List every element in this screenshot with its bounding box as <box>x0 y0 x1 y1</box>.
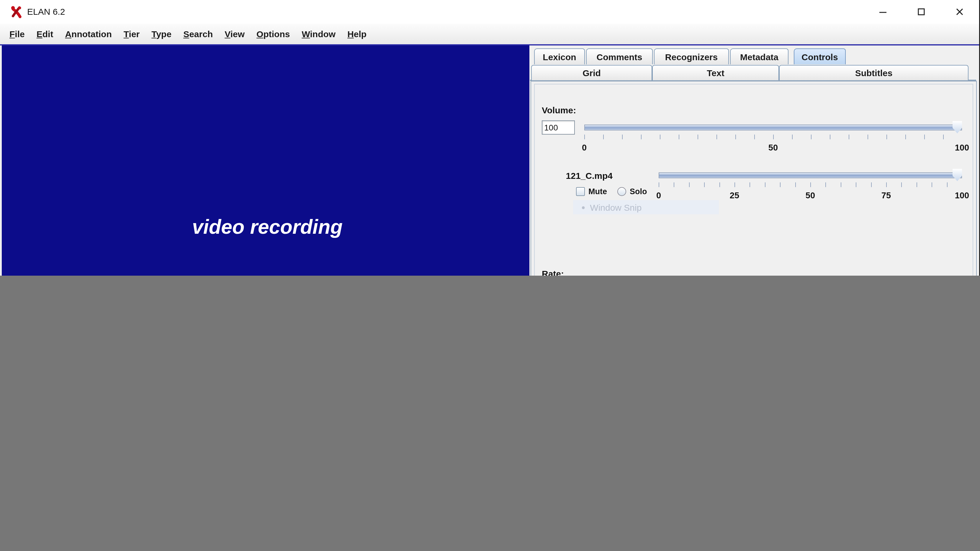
media-slider-tick-labels: 0255075100 <box>659 191 962 201</box>
volume-slider[interactable] <box>584 124 962 131</box>
menu-annotation[interactable]: Annotation <box>59 27 118 41</box>
volume-slider-tick-label: 100 <box>955 143 969 152</box>
tab-text[interactable]: Text <box>652 65 779 80</box>
media-file-label: 121_C.mp4 <box>562 170 612 181</box>
menu-options[interactable]: Options <box>251 27 296 41</box>
media-slider-track[interactable] <box>659 172 962 178</box>
volume-slider-tick-labels: 050100 <box>584 143 962 153</box>
menu-window[interactable]: Window <box>296 27 341 41</box>
menu-tier[interactable]: Tier <box>118 27 146 41</box>
menu-help[interactable]: Help <box>341 27 372 41</box>
elan-logo-icon <box>10 5 24 19</box>
menu-edit[interactable]: Edit <box>31 27 59 41</box>
volume-slider-track[interactable] <box>584 124 962 131</box>
media-slider-tick-label: 50 <box>806 191 815 200</box>
minimize-icon <box>878 6 888 17</box>
solo-radio[interactable] <box>617 187 626 196</box>
ghost-bullet-icon: ● <box>581 204 585 211</box>
media-slider-tick-label: 75 <box>881 191 891 200</box>
menu-file[interactable]: File <box>3 27 31 41</box>
close-button[interactable] <box>948 5 972 19</box>
mute-label: Mute <box>589 187 607 196</box>
minimize-button[interactable] <box>871 5 895 19</box>
volume-slider-tick-label: 0 <box>582 143 587 152</box>
volume-value-field[interactable] <box>542 120 575 135</box>
maximize-icon <box>916 6 927 17</box>
rate-label: Rate: <box>542 269 564 276</box>
window-snip-ghost-overlay: ● Window Snip <box>573 200 719 214</box>
media-slider-tick-label: 25 <box>730 191 739 200</box>
video-overlay-text: video recording <box>170 215 365 239</box>
menu-bar: FileEditAnnotationTierTypeSearchViewOpti… <box>0 24 979 44</box>
media-volume-slider[interactable] <box>659 172 962 178</box>
window-title: ELAN 6.2 <box>27 6 65 16</box>
menu-search[interactable]: Search <box>177 27 219 41</box>
tab-comments[interactable]: Comments <box>586 48 653 64</box>
solo-label: Solo <box>630 187 647 196</box>
media-slider-ticks <box>659 182 962 187</box>
menu-view[interactable]: View <box>219 27 251 41</box>
mute-checkbox[interactable] <box>576 187 585 196</box>
tab-lexicon[interactable]: Lexicon <box>534 48 585 64</box>
tab-recognizers[interactable]: Recognizers <box>654 48 729 64</box>
tab-metadata[interactable]: Metadata <box>730 48 789 64</box>
volume-slider-tick-label: 50 <box>768 143 778 152</box>
media-slider-tick-label: 100 <box>955 191 969 200</box>
tab-subtitles[interactable]: Subtitles <box>779 65 969 80</box>
close-icon <box>955 6 965 17</box>
maximize-button[interactable] <box>910 5 933 19</box>
title-bar: ELAN 6.2 <box>0 0 979 24</box>
ghost-text: Window Snip <box>590 202 641 212</box>
menu-type[interactable]: Type <box>145 27 177 41</box>
volume-label: Volume: <box>542 105 576 115</box>
media-slider-fill <box>659 173 961 178</box>
video-player[interactable]: video recording <box>2 45 530 276</box>
volume-slider-fill <box>585 125 961 130</box>
elan-window: ELAN 6.2 FileEditAnnotationTierTypeSearc… <box>0 0 980 276</box>
tab-controls[interactable]: Controls <box>794 48 846 64</box>
media-slider-tick-label: 0 <box>656 191 661 200</box>
volume-slider-ticks <box>584 135 962 139</box>
tab-grid[interactable]: Grid <box>531 65 652 80</box>
